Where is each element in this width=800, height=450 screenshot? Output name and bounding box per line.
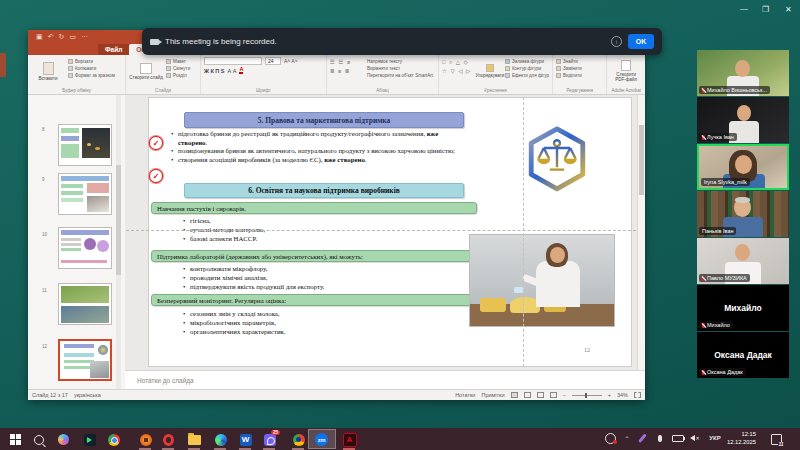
file-explorer-icon[interactable] xyxy=(187,432,202,447)
qat-more-icon[interactable]: ⋯ xyxy=(81,33,88,40)
zoom-app-icon[interactable]: zm xyxy=(314,432,329,447)
align-buttons-icons[interactable]: ≣ ≡ ≣ xyxy=(330,68,364,75)
slide-bullet-list: підготовка бринзи до реєстрації як тради… xyxy=(171,130,467,164)
shape-outline-button[interactable]: Контур фігури xyxy=(505,66,549,71)
tray-expand-chevron-icon[interactable]: ⌃ xyxy=(622,432,632,444)
grow-shrink-font-icons[interactable]: A˄ A˅ xyxy=(284,58,298,64)
network-globe-icon[interactable] xyxy=(604,432,616,444)
thumbnail-scrollbar[interactable] xyxy=(116,95,121,389)
slide-thumbnail-9[interactable] xyxy=(58,173,112,215)
arrange-button[interactable]: Упорядкувати xyxy=(478,57,502,85)
mic-muted-icon xyxy=(702,370,705,375)
select-button[interactable]: Виділити xyxy=(556,73,582,78)
fit-to-window-icon[interactable] xyxy=(634,392,641,398)
minimize-icon[interactable]: — xyxy=(740,4,748,13)
thumb-number: 11 xyxy=(42,288,47,293)
reset-button[interactable]: Скинути xyxy=(166,66,190,71)
participant-tile-no-video[interactable]: Михайло Михайло xyxy=(697,285,789,331)
shape-effects-button[interactable]: Ефекти для фігур xyxy=(505,73,549,78)
slide-canvas[interactable]: 5. Правова та маркетингова підтримка ✓ ✓… xyxy=(148,97,632,367)
viber-icon[interactable]: 25 xyxy=(262,432,277,447)
copilot-icon[interactable] xyxy=(56,432,71,447)
paste-button[interactable]: Вставити xyxy=(31,57,65,85)
volume-muted-icon[interactable]: ✕ xyxy=(689,432,701,444)
shapes-gallery-row1[interactable]: □ ○ △ ◇ xyxy=(442,59,475,66)
reading-view-icon[interactable] xyxy=(537,392,544,398)
green-header-laboratories: Підтримка лабораторій (державних або уні… xyxy=(151,250,477,262)
notes-pane[interactable]: Нотатки до слайда xyxy=(125,370,645,389)
media-app-icon[interactable] xyxy=(82,432,97,447)
slideshow-view-icon[interactable] xyxy=(550,392,557,398)
zoom-percентage[interactable]: 34% xyxy=(617,392,628,398)
layout-button[interactable]: Макет xyxy=(166,59,190,64)
chrome-profile-icon[interactable] xyxy=(291,432,306,447)
drawing-group-label: Креслення xyxy=(439,88,552,93)
zoom-in-button[interactable]: + xyxy=(608,392,611,398)
start-slideshow-icon[interactable]: ▭ xyxy=(69,33,76,40)
photo-viewer-icon[interactable] xyxy=(138,432,153,447)
find-button[interactable]: Знайти xyxy=(556,59,582,64)
new-slide-button[interactable]: Створити слайд xyxy=(129,57,163,85)
shapes-gallery-row2[interactable]: ☆ ▽ ◁ ▷ xyxy=(442,68,475,75)
microphone-icon[interactable] xyxy=(655,432,665,444)
cut-button[interactable]: Вирізати xyxy=(68,59,115,64)
search-icon[interactable] xyxy=(31,432,46,447)
opera-icon[interactable] xyxy=(161,432,176,447)
align-text-button[interactable]: Вирівняти текст xyxy=(367,66,433,71)
char-spacing-case-buttons[interactable]: А А xyxy=(228,68,237,74)
format-painter-button[interactable]: Формат за зразком xyxy=(68,73,115,78)
slide-thumbnail-12-current[interactable] xyxy=(58,339,112,381)
participant-tile[interactable]: Михайло Вишньовськ... xyxy=(697,50,789,96)
bold-italic-underline-buttons[interactable]: Ж К П S xyxy=(204,68,225,74)
comments-toggle[interactable]: Примітки xyxy=(481,392,504,398)
slide-thumbnail-panel: 8 9 10 xyxy=(28,95,126,389)
participant-tile[interactable]: Лучка Іван xyxy=(697,97,789,143)
font-color-icon[interactable]: A xyxy=(239,67,243,74)
slide-thumbnail-11[interactable] xyxy=(58,283,112,325)
word-icon[interactable]: W xyxy=(238,432,253,447)
section-button[interactable]: Розділ xyxy=(166,73,190,78)
redo-icon[interactable]: ↻ xyxy=(59,33,65,40)
drawing-group: □ ○ △ ◇ ☆ ▽ ◁ ▷ Упорядкувати Заливка фіг… xyxy=(439,55,553,94)
editor-scrollbar[interactable] xyxy=(637,95,645,370)
notes-toggle[interactable]: Нотатки xyxy=(455,392,475,398)
text-direction-button[interactable]: Напрямок тексту xyxy=(367,59,433,64)
taskbar: W 25 zm A ⌃ ✕ УКР 12:15 12.12.2025 xyxy=(0,428,800,450)
acrobat-icon[interactable]: A xyxy=(342,432,357,447)
save-icon[interactable]: ▣ xyxy=(36,33,43,40)
slide-thumbnail-10[interactable] xyxy=(58,227,112,269)
edge-browser-icon[interactable] xyxy=(213,432,228,447)
battery-icon[interactable] xyxy=(671,432,684,444)
participant-tile[interactable]: Паньків Іван xyxy=(697,191,789,237)
slide-page-number: 12 xyxy=(584,347,590,353)
language-indicator[interactable]: українська xyxy=(74,392,101,398)
tab-file[interactable]: Файл xyxy=(98,44,129,55)
undo-icon[interactable]: ↶ xyxy=(48,33,54,40)
font-name-combobox[interactable] xyxy=(204,57,262,65)
close-icon[interactable]: ✕ xyxy=(785,5,792,14)
participant-tile-active-speaker[interactable]: Iryna Slyvka_milk xyxy=(697,144,789,190)
replace-button[interactable]: Замінити xyxy=(556,66,582,71)
slide-thumbnail-8[interactable] xyxy=(58,124,112,166)
participant-tile-no-video[interactable]: Оксана Дадак Оксана Дадак xyxy=(697,332,789,378)
ok-button[interactable]: OK xyxy=(628,34,654,49)
slide-sorter-view-icon[interactable] xyxy=(524,392,531,398)
list-buttons-icons[interactable]: ☰ ☱ ≡ xyxy=(330,59,364,66)
notification-center-icon[interactable]: 11 xyxy=(768,432,784,446)
font-size-combobox[interactable]: 24 xyxy=(265,57,281,65)
pen-icon[interactable] xyxy=(637,432,647,444)
participant-tile[interactable]: Павло МУЗИКА xyxy=(697,238,789,284)
info-icon[interactable]: i xyxy=(611,36,622,47)
chrome-icon[interactable] xyxy=(106,432,121,447)
create-pdf-button[interactable]: Створити PDF-файл xyxy=(610,57,642,85)
clock[interactable]: 12:15 12.12.2025 xyxy=(726,431,756,446)
zoom-slider[interactable] xyxy=(572,395,602,396)
zoom-out-button[interactable]: − xyxy=(563,392,566,398)
start-button[interactable] xyxy=(8,432,23,447)
normal-view-icon[interactable] xyxy=(511,392,518,398)
language-indicator[interactable]: УКР xyxy=(706,432,724,444)
shape-fill-button[interactable]: Заливка фігури xyxy=(505,59,549,64)
restore-icon[interactable]: ❐ xyxy=(762,5,769,14)
smartart-button[interactable]: Перетворити на об'єкт SmartArt xyxy=(367,73,433,78)
copy-button[interactable]: Копіювати xyxy=(68,66,115,71)
